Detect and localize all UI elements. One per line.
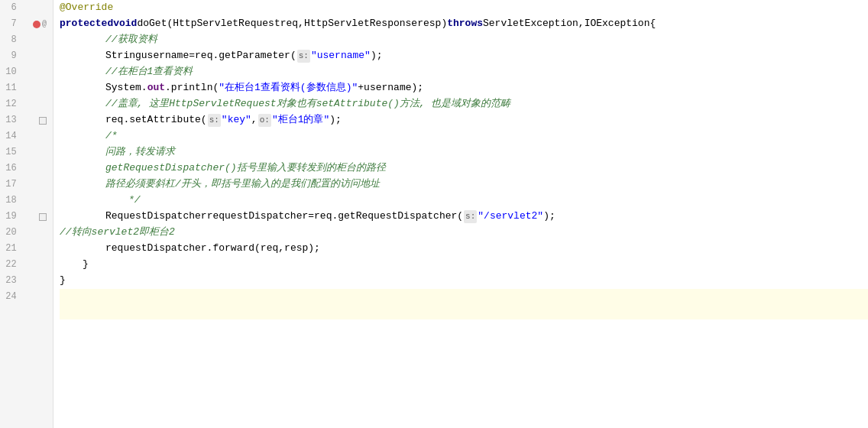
type-token: HttpServletResponse bbox=[304, 16, 417, 32]
fold-icon[interactable] bbox=[39, 213, 47, 221]
punct-token: } bbox=[83, 257, 89, 273]
gutter-row: 6 bbox=[0, 0, 53, 16]
gutter-row: 18 bbox=[0, 193, 53, 209]
gutter-row: 23 bbox=[0, 273, 53, 289]
string-token: "在柜台1查看资料(参数信息)" bbox=[219, 80, 358, 96]
gutter-icons: @ bbox=[21, 21, 50, 28]
punct-token: . bbox=[141, 80, 147, 96]
gutter-row: 20 bbox=[0, 225, 53, 241]
gutter-row: 21 bbox=[0, 241, 53, 257]
gutter-row: 22 bbox=[0, 257, 53, 273]
code-line: RequestDispatcher requestDispatcher=req.… bbox=[60, 209, 868, 225]
comment-token: //盖章, 这里HttpServletRequest对象也有setAttribu… bbox=[105, 96, 510, 112]
punct-token: ( bbox=[290, 48, 296, 64]
line-number: 13 bbox=[0, 113, 21, 128]
keyword-token: void bbox=[113, 16, 137, 32]
editor-container: 67@89101112131415161718192021222324 @Ove… bbox=[0, 0, 868, 428]
punct-token: ( bbox=[254, 241, 261, 257]
string-token: "key" bbox=[222, 112, 251, 128]
code-line: requestDispatcher.forward(req,resp); bbox=[60, 241, 868, 257]
code-line: } bbox=[60, 273, 868, 289]
punct-token: ); bbox=[329, 112, 342, 128]
gutter-icons bbox=[21, 213, 50, 221]
method-token: println bbox=[171, 80, 213, 96]
code-line: //盖章, 这里HttpServletRequest对象也有setAttribu… bbox=[60, 96, 868, 112]
line-number: 20 bbox=[0, 225, 21, 240]
line-number: 24 bbox=[0, 290, 21, 304]
gutter-icons bbox=[21, 117, 50, 125]
gutter-row: 7@ bbox=[0, 16, 53, 32]
exception-token: ServletException bbox=[483, 16, 578, 32]
code-line: 路径必须要斜杠/开头，即括号里输入的是我们配置的访问地址 bbox=[60, 177, 868, 193]
string-token: "柜台1的章" bbox=[272, 112, 329, 128]
code-line: System.out.println("在柜台1查看资料(参数信息)"+user… bbox=[60, 80, 868, 96]
comment-token: //在柜台1查看资料 bbox=[105, 64, 193, 80]
punct-token: . bbox=[165, 80, 171, 96]
line-number: 14 bbox=[0, 129, 21, 144]
punct-token: ); bbox=[412, 80, 424, 96]
code-line: getRequestDispatcher()括号里输入要转发到的柜台的路径 bbox=[60, 160, 868, 177]
line-number: 23 bbox=[0, 274, 21, 288]
comment-token: /* bbox=[105, 128, 118, 144]
gutter-row: 17 bbox=[0, 177, 53, 193]
punct-token: ); bbox=[371, 48, 383, 64]
comment-token: 问路，转发请求 bbox=[105, 144, 175, 160]
type-token: String bbox=[105, 48, 141, 64]
line-number: 11 bbox=[0, 81, 21, 96]
punct-token: , bbox=[578, 16, 585, 32]
punct-token: , bbox=[298, 16, 304, 32]
gutter-row: 19 bbox=[0, 209, 53, 225]
param-token: req bbox=[280, 16, 298, 32]
code-line: 问路，转发请求 bbox=[60, 144, 868, 160]
gutter-row: 11 bbox=[0, 80, 53, 96]
param-token: requestDispatcher bbox=[207, 209, 309, 225]
code-line: String username=req.getParameter(s: "use… bbox=[60, 48, 868, 64]
line-number: 10 bbox=[0, 65, 21, 79]
comment-token: */ bbox=[128, 193, 141, 209]
code-line: /* bbox=[60, 128, 868, 144]
code-area[interactable]: @Overrideprotected void doGet(HttpServle… bbox=[53, 0, 868, 428]
punct-token: ( bbox=[167, 16, 173, 32]
line-number: 17 bbox=[0, 177, 21, 192]
param-token: resp bbox=[284, 241, 308, 257]
line-number: 6 bbox=[0, 1, 21, 15]
punct-token: = bbox=[308, 209, 314, 225]
punct-token: ) bbox=[441, 16, 447, 32]
code-line: @Override bbox=[60, 0, 868, 16]
method-token: doGet bbox=[137, 16, 167, 32]
code-line: //转向servlet2即柜台2 bbox=[60, 225, 868, 241]
punct-token: ( bbox=[201, 112, 207, 128]
throws-keyword: throws bbox=[447, 16, 483, 32]
param-token: req bbox=[261, 241, 278, 257]
line-number: 21 bbox=[0, 242, 21, 256]
punct-token: ( bbox=[457, 209, 463, 225]
param-hint-s: s: bbox=[297, 50, 310, 63]
param-token: resp bbox=[417, 16, 441, 32]
keyword-token: protected bbox=[60, 16, 113, 32]
line-number: 9 bbox=[0, 49, 21, 63]
punct-token: ); bbox=[308, 241, 320, 257]
line-number: 8 bbox=[0, 33, 21, 47]
param-hint-o: o: bbox=[258, 114, 271, 128]
code-line: req.setAttribute(s: "key", o: "柜台1的章"); bbox=[60, 112, 868, 128]
line-number: 15 bbox=[0, 145, 21, 160]
breakpoint-icon[interactable] bbox=[33, 21, 40, 28]
method-token: req.setAttribute bbox=[105, 112, 201, 128]
code-line: protected void doGet(HttpServletRequest … bbox=[60, 16, 868, 32]
line-number: 16 bbox=[0, 161, 21, 176]
field-token: out bbox=[147, 80, 165, 96]
line-number: 7 bbox=[0, 17, 21, 31]
gutter: 67@89101112131415161718192021222324 bbox=[0, 0, 53, 428]
exception-token: IOException bbox=[585, 16, 650, 32]
annotation-token: @Override bbox=[60, 0, 113, 16]
gutter-row: 14 bbox=[0, 128, 53, 144]
gutter-row: 15 bbox=[0, 144, 53, 160]
gutter-row: 10 bbox=[0, 64, 53, 80]
punct-token: { bbox=[649, 16, 656, 32]
code-line: //获取资料 bbox=[60, 32, 868, 48]
code-line bbox=[60, 289, 868, 319]
code-line: */ bbox=[60, 193, 868, 209]
method-token: req.getParameter bbox=[195, 48, 290, 64]
fold-icon[interactable] bbox=[39, 117, 47, 125]
method-token: req.getRequestDispatcher bbox=[314, 209, 457, 225]
